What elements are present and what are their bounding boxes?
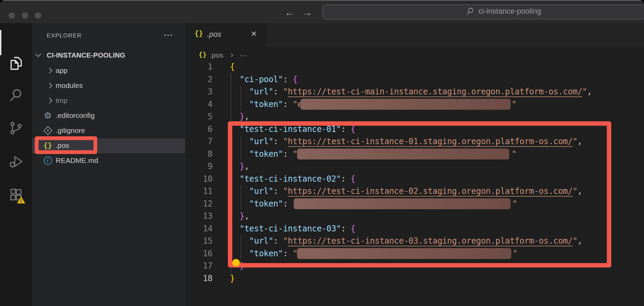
annotation-box-editor [228,121,611,267]
tree-item-modules[interactable]: modules [32,78,185,93]
code-text: "token": " [230,148,297,160]
chevron-down-icon [35,51,41,57]
run-debug-view-button[interactable] [0,149,32,174]
code-line-15[interactable]: 15 "url": "https://test-ci-instance-03.s… [185,235,644,247]
code-text: "url": "https://test-ci-main-instance.st… [230,86,592,98]
code-line-1[interactable]: 1{ [185,61,644,73]
line-number[interactable]: 13 [185,210,213,223]
tree-item-README.md[interactable]: iREADME.md [32,153,185,168]
code-line-17[interactable]: 17 } [185,260,644,272]
code-line-8[interactable]: 8 "token": " [185,148,644,160]
code-line-13[interactable]: 13 }, [185,210,644,223]
token-closing-quote: " [512,98,516,111]
indent-guide [240,235,241,259]
code-line-9[interactable]: 9 }, [185,160,644,173]
tab-pos[interactable]: {} .pos × [185,23,266,47]
forward-button[interactable]: → [302,7,312,18]
code-text: "url": "https://test-ci-instance-02.stag… [230,185,582,198]
maximize-window-icon[interactable] [35,12,41,19]
tree-item-dot-pos[interactable]: {}.pos [32,138,185,153]
code-text: { [230,61,235,73]
search-icon [466,7,474,16]
title-bar: ← → ci-instance-pooling [0,0,644,23]
line-number[interactable]: 15 [185,235,213,247]
code-line-11[interactable]: 11 "url": "https://test-ci-instance-02.s… [185,185,644,198]
tree-item-label: .editorconfig [56,111,94,120]
line-number[interactable]: 7 [185,135,213,148]
code-text: "url": "https://test-ci-instance-01.stag… [230,135,582,148]
code-line-5[interactable]: 5 }, [185,110,644,123]
explorer-view-button[interactable] [0,50,32,76]
tree-root-label: CI-INSTANCE-POOLING [47,51,125,59]
token-closing-quote: " [512,148,516,160]
code-line-16[interactable]: 16 "token": " [185,247,644,260]
indent-guide [231,73,231,121]
line-number[interactable]: 9 [185,160,213,173]
code-text: "url": "https://test-ci-instance-03.stag… [230,235,582,247]
code-line-10[interactable]: 10 "test-ci-instance-02": { [185,173,644,185]
code-text: }, [230,210,249,223]
tree-item-label: .pos [56,141,69,150]
line-number[interactable]: 14 [185,223,213,235]
line-number[interactable]: 12 [185,198,213,210]
code-text: } [230,272,235,285]
tree-item-app[interactable]: app [32,63,185,78]
warning-badge-icon: ! [17,196,25,203]
line-number[interactable]: 11 [185,185,213,198]
breadcrumb[interactable]: {} .pos › … [185,50,644,62]
code-line-14[interactable]: 14 "test-ci-instance-03": { [185,223,644,235]
code-text: "token": "e [230,98,302,111]
code-text: "ci-pool": { [230,73,297,86]
command-center-search[interactable]: ci-instance-pooling [322,4,644,19]
code-line-4[interactable]: 4 "token": "e [185,98,644,111]
line-number[interactable]: 8 [185,148,213,160]
gear-icon: ⚙ [43,110,53,121]
minimize-window-icon[interactable] [22,12,28,19]
line-number[interactable]: 6 [185,123,213,136]
tab-bar: {} .pos × [185,23,644,47]
tree-item-dot-editorconfig[interactable]: ⚙.editorconfig [32,108,185,123]
indent-guide [240,185,241,210]
chevron-right-icon: › [231,50,233,60]
close-window-icon[interactable] [9,12,15,19]
search-value: ci-instance-pooling [479,7,541,16]
search-view-button[interactable] [0,82,32,108]
chevron-right-icon [47,68,53,74]
extensions-view-button[interactable]: ! [0,182,32,208]
breadcrumb-more[interactable]: … [239,49,247,58]
close-tab-icon[interactable]: × [251,28,257,39]
line-number[interactable]: 1 [185,61,213,73]
indent-guide [240,136,241,160]
files-icon [8,56,24,71]
tree-item-tmp[interactable]: tmp [32,93,185,108]
code-line-7[interactable]: 7 "url": "https://test-ci-instance-01.st… [185,135,644,148]
json-icon: {} [43,140,53,151]
code-text: }, [230,110,249,123]
code-text: } [230,260,244,272]
line-number[interactable]: 18 [185,272,213,285]
code-text: "token": [230,198,293,210]
line-number[interactable]: 17 [185,260,213,272]
indent-guide [231,268,231,273]
code-line-6[interactable]: 6 "test-ci-instance-01": { [185,123,644,136]
code-line-18[interactable]: 18} [185,272,644,285]
line-number[interactable]: 4 [185,98,213,111]
redacted-token-blur [301,99,511,110]
code-line-3[interactable]: 3 "url": "https://test-ci-main-instance.… [185,86,644,98]
tree-item-label: modules [56,81,83,90]
line-number[interactable]: 2 [185,73,213,86]
activity-bar: ! [0,23,32,306]
line-number[interactable]: 10 [185,173,213,185]
line-number[interactable]: 3 [185,86,213,98]
source-control-view-button[interactable] [0,115,32,141]
code-line-2[interactable]: 2 "ci-pool": { [185,73,644,86]
line-number[interactable]: 5 [185,110,213,123]
more-actions-icon[interactable]: ⋯ [163,29,173,41]
tree-item-dot-gitignore[interactable]: .gitignore [32,123,185,138]
breadcrumb-file[interactable]: .pos [210,51,223,59]
code-line-12[interactable]: 12 "token": [185,198,644,210]
chevron-right-icon [47,98,53,104]
back-button[interactable]: ← [284,7,295,18]
line-number[interactable]: 16 [185,247,213,260]
tree-root-ci-instance-pooling[interactable]: CI-INSTANCE-POOLING [32,48,185,63]
